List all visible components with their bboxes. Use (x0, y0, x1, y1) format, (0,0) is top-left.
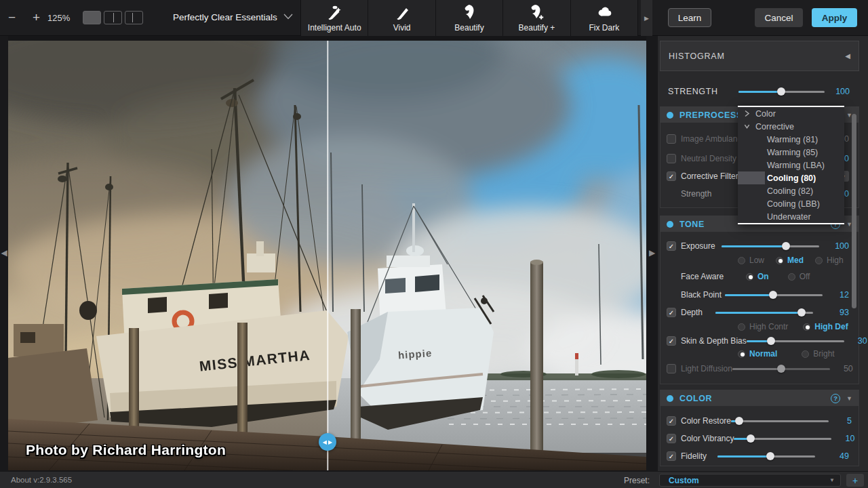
menu-item-label: Color (755, 109, 776, 119)
view-single-button[interactable] (83, 11, 101, 24)
view-sidebyside-button[interactable] (125, 11, 143, 24)
radio-normal[interactable]: Normal (738, 349, 777, 359)
histogram-collapse-icon[interactable]: ◀ (845, 52, 850, 60)
menu-item-label: Cooling (82) (767, 186, 813, 196)
check-icon: ✓ (669, 309, 674, 317)
look-group-title[interactable]: Perfectly Clear Essentials (173, 12, 288, 22)
zoom-out-button[interactable]: − (8, 11, 16, 24)
radio-bright[interactable]: Bright (802, 349, 834, 359)
about-version[interactable]: About v:2.9.3.565 (11, 476, 72, 484)
skin-depth-bias-slider[interactable] (747, 340, 844, 342)
menu-item-warming-81[interactable]: Warming (81) (738, 133, 844, 146)
brush-icon (393, 3, 411, 21)
zoom-in-button[interactable]: + (33, 11, 40, 24)
black-point-row: Black Point 12 (660, 289, 859, 300)
menu-item-label: Corrective (755, 122, 794, 131)
light-diffusion-slider[interactable] (732, 368, 830, 370)
radio-high-def[interactable]: High Def (803, 322, 848, 331)
radio-label: Med (787, 256, 804, 265)
neutral-density-checkbox[interactable] (667, 154, 676, 163)
preset-intelligent-auto[interactable]: Intelligent Auto (301, 0, 368, 36)
exposure-slider[interactable] (722, 245, 819, 247)
menu-item-cooling-82[interactable]: Cooling (82) (738, 184, 844, 197)
section-dot-icon (667, 395, 673, 402)
cancel-button[interactable]: Cancel (755, 8, 803, 27)
radio-off[interactable]: Off (788, 272, 810, 281)
slider-thumb[interactable] (797, 308, 806, 317)
panel-scrollbar[interactable] (852, 114, 856, 308)
black-point-label: Black Point (681, 290, 722, 300)
learn-button[interactable]: Learn (668, 8, 711, 27)
fidelity-label: Fidelity (681, 451, 707, 461)
corrective-filter-checkbox[interactable]: ✓ (667, 171, 676, 181)
slider-fill (722, 245, 786, 247)
radio-low[interactable]: Low (738, 256, 764, 265)
skin-depth-bias-checkbox[interactable]: ✓ (667, 336, 676, 346)
add-preset-button[interactable]: + (846, 474, 864, 487)
skin-depth-bias-row: ✓ Skin & Depth Bias 30 (660, 336, 859, 346)
color-header[interactable]: COLOR ? ▼ (660, 390, 859, 406)
strength-slider[interactable] (738, 91, 825, 93)
slider-thumb[interactable] (777, 87, 785, 96)
fidelity-slider[interactable] (717, 455, 815, 458)
split-slider-handle[interactable]: ◀ ▶ (319, 433, 336, 451)
preset-scroll-right-button[interactable]: ▶ (641, 0, 652, 36)
menu-item-cooling-lbb[interactable]: Cooling (LBB) (738, 197, 844, 210)
preset-select[interactable]: Custom ▼ (659, 474, 841, 487)
radio-high-contr[interactable]: High Contr (738, 322, 788, 331)
color-vibrancy-checkbox[interactable]: ✓ (667, 434, 676, 443)
slider-thumb[interactable] (767, 337, 775, 345)
color-vibrancy-value: 10 (838, 434, 854, 443)
depth-checkbox[interactable]: ✓ (667, 308, 676, 317)
menu-item-underwater[interactable]: Underwater (738, 210, 844, 223)
slider-thumb[interactable] (777, 365, 785, 373)
slider-thumb[interactable] (782, 242, 790, 250)
check-icon: ✓ (669, 418, 674, 425)
slider-thumb[interactable] (769, 291, 777, 299)
fidelity-value: 49 (833, 451, 849, 461)
preset-vivid[interactable]: Vivid (368, 0, 435, 36)
view-split-button[interactable] (104, 11, 122, 24)
light-diffusion-checkbox[interactable] (667, 364, 676, 373)
help-icon[interactable]: ? (831, 394, 840, 403)
radio-on[interactable]: On (746, 272, 769, 281)
slider-fill (717, 455, 770, 458)
slider-thumb[interactable] (735, 417, 743, 425)
prev-image-strip: ◀ (0, 36, 8, 471)
preset-fix-dark[interactable]: Fix Dark (571, 0, 637, 36)
preset-beautify-plus[interactable]: Beautify + (503, 0, 570, 36)
preset-label: Vivid (393, 23, 411, 33)
brush-sparkle-icon (326, 3, 343, 21)
black-point-slider[interactable] (725, 294, 823, 296)
slider-thumb[interactable] (747, 434, 755, 443)
radio-label: High (827, 256, 844, 265)
color-vibrancy-slider[interactable] (734, 438, 831, 440)
perfectly-clear-window: − + 125% Perfectly Clear Essentials Inte… (0, 0, 868, 488)
apply-button[interactable]: Apply (812, 8, 857, 27)
light-diffusion-label: Light Diffusion (681, 364, 732, 373)
depth-slider[interactable] (715, 312, 813, 314)
next-image-arrow[interactable]: ▶ (646, 248, 658, 258)
menu-item-corrective[interactable]: Corrective (738, 120, 844, 133)
section-collapse-icon[interactable]: ▼ (846, 395, 852, 402)
photo-canvas[interactable]: MISS MARTHA h (8, 41, 646, 470)
menu-item-color[interactable]: Color (738, 107, 844, 120)
radio-med[interactable]: Med (776, 256, 804, 265)
histogram-panel[interactable]: HISTOGRAM ◀ (660, 41, 859, 71)
check-icon: ✓ (669, 243, 674, 250)
preset-beautify[interactable]: Beautify (436, 0, 503, 36)
menu-item-warming-85[interactable]: Warming (85) (738, 146, 844, 159)
radio-circle (746, 273, 753, 281)
slider-thumb[interactable] (766, 452, 774, 460)
image-ambulance-checkbox[interactable] (667, 134, 676, 144)
exposure-checkbox[interactable]: ✓ (667, 241, 676, 251)
prev-image-arrow[interactable]: ◀ (0, 248, 8, 258)
menu-item-cooling-80[interactable]: Cooling (80) (738, 171, 844, 184)
radio-high[interactable]: High (815, 256, 844, 265)
chevron-down-icon[interactable] (283, 14, 293, 20)
color-restore-slider[interactable] (731, 420, 829, 422)
menu-item-warming-lba[interactable]: Warming (LBA) (738, 159, 844, 171)
fidelity-checkbox[interactable]: ✓ (667, 451, 676, 461)
color-title: COLOR (679, 394, 712, 403)
color-restore-checkbox[interactable]: ✓ (667, 416, 676, 426)
